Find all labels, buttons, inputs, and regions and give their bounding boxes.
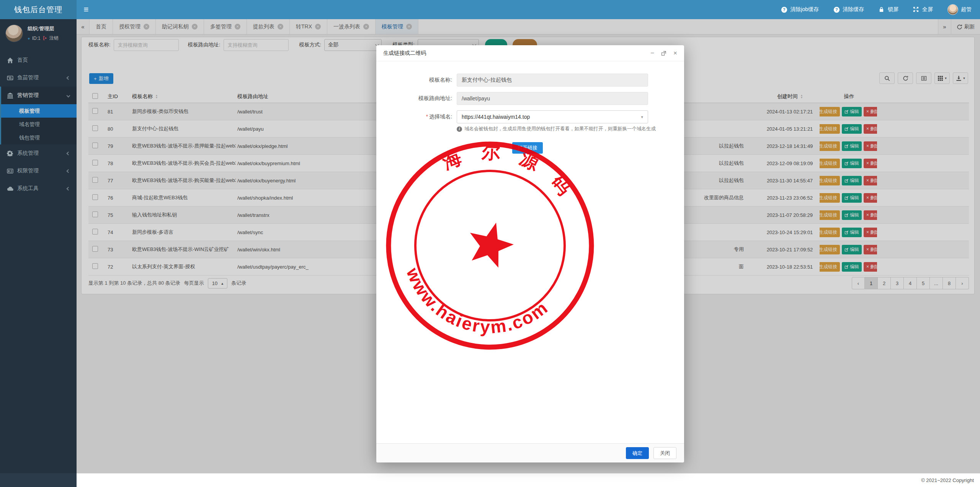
brand-title: 钱包后台管理 bbox=[0, 0, 77, 19]
modal-domain-select[interactable]: https://441qt.haiwaiym14.top▾ bbox=[457, 110, 648, 123]
lock-icon bbox=[879, 7, 885, 13]
svg-text:?: ? bbox=[783, 7, 786, 12]
sidebar-toggle-button[interactable]: ≡ bbox=[77, 0, 96, 19]
open-link-button[interactable]: 打开链接 bbox=[512, 142, 543, 154]
modal-body: 模板名称: 新支付中心-拉起钱包 模板路由地址: /wallet/payu *选… bbox=[376, 61, 684, 154]
question-circle-icon: ? bbox=[833, 7, 840, 13]
topbar-item-清除缓存[interactable]: ?清除缓存 bbox=[833, 6, 864, 13]
modal-maximize-button[interactable] bbox=[661, 51, 666, 56]
question-circle-icon: ? bbox=[781, 7, 787, 13]
modal-domain-hint: i 域名会被钱包封，生成后用鱼使用的钱包打开看看，如果不能打开，则重新换一个域名… bbox=[457, 126, 684, 132]
confirm-button[interactable]: 确定 bbox=[626, 447, 649, 459]
topbar-item-锁屏[interactable]: 锁屏 bbox=[879, 6, 898, 13]
modal-title: 生成链接或二维码 bbox=[383, 50, 426, 57]
modal-close-icon[interactable]: × bbox=[673, 50, 677, 56]
topbar-item-清除job缓存[interactable]: ?清除job缓存 bbox=[781, 6, 819, 13]
fullscreen-icon bbox=[913, 7, 920, 13]
avatar bbox=[947, 4, 958, 15]
svg-text:?: ? bbox=[835, 7, 838, 12]
top-header-bar: 钱包后台管理 ≡ ?清除job缓存?清除缓存锁屏全屏超管 bbox=[0, 0, 980, 19]
info-icon: i bbox=[457, 126, 462, 132]
modal-domain-label: *选择域名: bbox=[376, 113, 457, 120]
caret-down-icon: ▾ bbox=[641, 115, 643, 120]
modal-name-input[interactable]: 新支付中心-拉起钱包 bbox=[457, 74, 648, 87]
modal-route-input[interactable]: /wallet/payu bbox=[457, 92, 648, 105]
generate-link-modal: 生成链接或二维码 − × 模板名称: 新支付中心-拉起钱包 模板路由地址: /w… bbox=[376, 45, 684, 462]
page-footer: © 2021~2022 Copyright bbox=[77, 473, 980, 487]
modal-route-label: 模板路由地址: bbox=[376, 95, 457, 102]
modal-name-label: 模板名称: bbox=[376, 77, 457, 84]
copyright-text: © 2021~2022 Copyright bbox=[921, 477, 974, 483]
modal-footer: 确定 关闭 bbox=[376, 443, 684, 462]
topbar-item-全屏[interactable]: 全屏 bbox=[913, 6, 933, 13]
topbar-item-超管[interactable]: 超管 bbox=[947, 4, 972, 15]
modal-header: 生成链接或二维码 − × bbox=[376, 45, 684, 61]
close-button[interactable]: 关闭 bbox=[653, 447, 676, 459]
topbar-nav: ?清除job缓存?清除缓存锁屏全屏超管 bbox=[781, 4, 980, 15]
modal-minimize-button[interactable]: − bbox=[650, 50, 654, 56]
